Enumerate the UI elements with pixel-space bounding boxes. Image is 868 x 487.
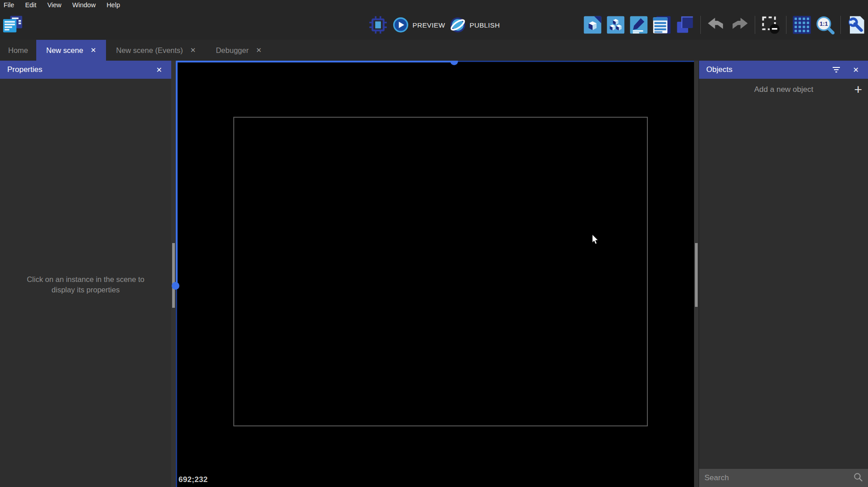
- add-object-row[interactable]: Add a new object +: [699, 79, 868, 100]
- filter-icon[interactable]: [832, 66, 841, 73]
- preview-label: PREVIEW: [413, 21, 445, 29]
- selection-edge-left: [176, 61, 178, 286]
- tab-new-scene-events-label: New scene (Events): [116, 46, 183, 55]
- objects-search-input[interactable]: [704, 473, 853, 482]
- mouse-cursor-icon: [590, 234, 600, 247]
- editor-tab-bar: Home New scene ✕ New scene (Events) ✕ De…: [0, 40, 868, 61]
- menu-bar: File Edit View Window Help: [0, 0, 868, 10]
- canvas-left-scrollbar[interactable]: [171, 61, 176, 487]
- objects-search-bar: [699, 469, 868, 487]
- scene-canvas[interactable]: 692;232: [176, 61, 694, 487]
- objects-title: Objects: [706, 65, 733, 74]
- scene-window-border: [233, 117, 648, 426]
- delete-selection-icon[interactable]: [761, 15, 781, 35]
- publish-button[interactable]: PUBLISH: [449, 17, 500, 33]
- tab-home[interactable]: Home: [0, 40, 36, 61]
- properties-panel: Properties ✕ Click on an instance in the…: [0, 61, 171, 487]
- menu-view[interactable]: View: [42, 0, 67, 10]
- publish-globe-icon: [449, 17, 466, 33]
- add-object-label: Add a new object: [699, 85, 868, 94]
- selection-edge-top: [176, 61, 455, 62]
- tab-close-icon[interactable]: ✕: [190, 46, 196, 54]
- objects-panel-header: Objects ✕: [699, 61, 868, 79]
- scrollbar-thumb[interactable]: [695, 243, 698, 307]
- tab-new-scene-events[interactable]: New scene (Events) ✕: [106, 40, 206, 61]
- tab-debugger[interactable]: Debugger ✕: [206, 40, 271, 61]
- menu-file[interactable]: File: [0, 0, 19, 10]
- add-icon[interactable]: +: [854, 83, 862, 96]
- zoom-1-1-icon[interactable]: 1:1: [815, 15, 835, 35]
- publish-label: PUBLISH: [469, 21, 500, 29]
- search-icon[interactable]: [853, 472, 863, 484]
- properties-pencil-icon[interactable]: [629, 15, 649, 35]
- menu-window[interactable]: Window: [67, 0, 101, 10]
- tab-debugger-label: Debugger: [216, 46, 248, 55]
- menu-edit[interactable]: Edit: [19, 0, 42, 10]
- close-icon[interactable]: ✕: [851, 65, 861, 75]
- tab-close-icon[interactable]: ✕: [91, 46, 96, 54]
- preview-play-icon: [393, 17, 409, 33]
- properties-title: Properties: [7, 65, 42, 74]
- workspace: Properties ✕ Click on an instance in the…: [0, 61, 868, 487]
- main-toolbar: PREVIEW PUBLISH: [0, 10, 868, 40]
- grid-setup-icon[interactable]: [792, 15, 812, 35]
- cursor-coordinates: 692;232: [178, 475, 208, 484]
- objects-panel: Objects ✕ Add a new object +: [699, 61, 868, 487]
- instances-list-icon[interactable]: [652, 15, 672, 35]
- objects-editor-icon[interactable]: [583, 15, 603, 35]
- scrollbar-thumb[interactable]: [172, 243, 175, 308]
- toolbar-separator: [755, 16, 755, 34]
- canvas-right-scrollbar[interactable]: [694, 61, 699, 487]
- preview-button[interactable]: PREVIEW: [393, 17, 445, 33]
- undo-icon[interactable]: [706, 15, 726, 35]
- svg-text:1:1: 1:1: [820, 21, 828, 27]
- toolbar-separator: [700, 16, 701, 34]
- menu-help[interactable]: Help: [101, 0, 125, 10]
- tab-new-scene[interactable]: New scene ✕: [36, 40, 106, 61]
- properties-panel-header: Properties ✕: [0, 61, 171, 79]
- toolbar-center-group: PREVIEW PUBLISH: [368, 10, 500, 40]
- tab-home-label: Home: [8, 46, 28, 55]
- selection-edge-top-far: [455, 61, 694, 62]
- redo-icon[interactable]: [729, 15, 749, 35]
- tab-close-icon[interactable]: ✕: [256, 46, 262, 54]
- toolbar-separator: [840, 16, 841, 34]
- tab-new-scene-label: New scene: [46, 46, 83, 55]
- layers-editor-icon[interactable]: [675, 15, 695, 35]
- properties-hint-text: Click on an instance in the scene to dis…: [18, 274, 154, 295]
- toolbar-separator: [786, 16, 786, 34]
- toolbar-right-group: 1:1: [583, 10, 866, 40]
- setup-wrench-icon[interactable]: [846, 15, 866, 35]
- selection-handle-left[interactable]: [172, 282, 179, 290]
- debugger-chip-icon[interactable]: [368, 15, 388, 35]
- selection-edge-left-far: [176, 286, 177, 487]
- instances-editor-icon[interactable]: [606, 15, 626, 35]
- close-icon[interactable]: ✕: [154, 65, 164, 75]
- project-manager-icon[interactable]: [3, 15, 23, 35]
